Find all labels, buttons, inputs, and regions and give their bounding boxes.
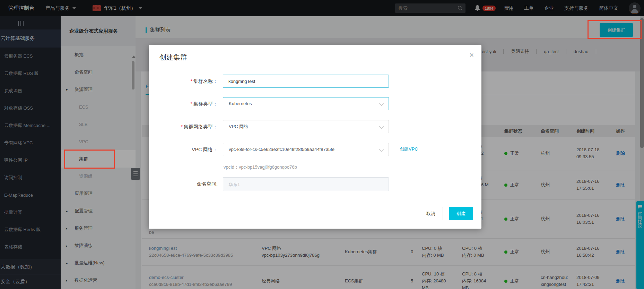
required-marker: *	[191, 78, 192, 84]
cancel-button[interactable]: 取消	[419, 207, 443, 220]
chevron-down-icon	[379, 124, 384, 129]
chevron-down-icon	[379, 147, 384, 152]
cluster-name-label: *集群名称：	[149, 75, 218, 88]
network-type-label: *集群网络类型：	[149, 120, 218, 133]
submit-create-button[interactable]: 创建	[449, 207, 473, 220]
cluster-name-input[interactable]	[223, 75, 389, 88]
console-app: 管理控制台 产品与服务 华东1（杭州）	[0, 0, 644, 289]
close-icon[interactable]: ×	[469, 51, 474, 59]
network-type-select[interactable]: VPC 网络	[223, 120, 389, 133]
vpc-label: VPC 网络：	[149, 143, 218, 156]
dialog-title: 创建集群	[159, 53, 187, 62]
create-vpc-link[interactable]: 创建VPC	[400, 146, 418, 152]
chevron-down-icon	[379, 101, 384, 106]
cluster-type-select[interactable]: Kubernetes	[223, 97, 389, 110]
required-marker: *	[181, 124, 183, 129]
create-cluster-dialog: 创建集群 × *集群名称： *集群类型： Kubernetes *集群网络类型：…	[149, 45, 481, 229]
required-marker: *	[191, 101, 192, 107]
vpc-select[interactable]: vpc-k8s-for-cs-c5e62ae3fc10e49f28f5b9aa4…	[223, 143, 389, 156]
namespace-label: 命名空间:	[149, 177, 218, 190]
cluster-type-label: *集群类型：	[149, 97, 218, 110]
vpc-id-text: vpcId：vpc-bp15vagj0fg6gonqoo76b	[224, 164, 297, 170]
namespace-input	[223, 177, 389, 191]
